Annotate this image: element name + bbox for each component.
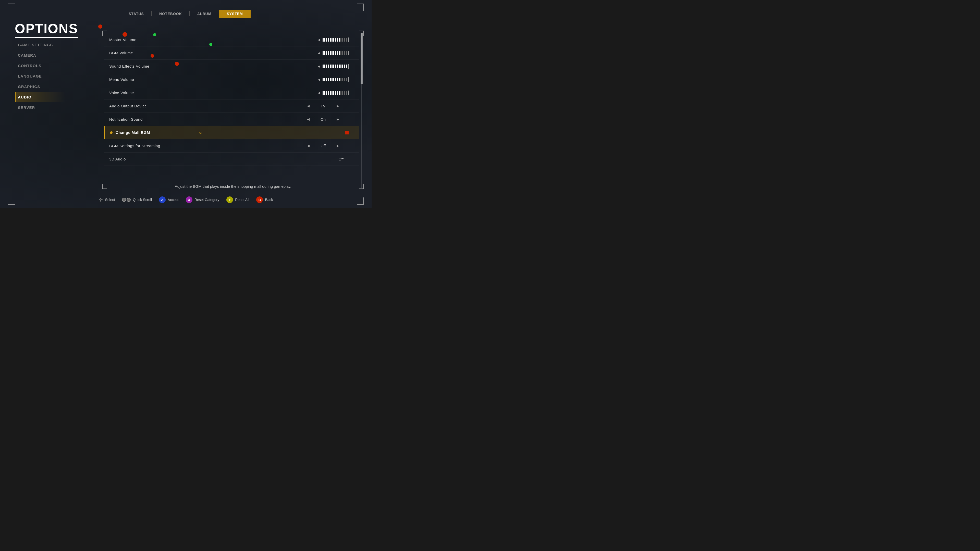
panel-border-bl xyxy=(102,184,107,189)
setting-master-volume: Master Volume ◄ xyxy=(104,33,359,46)
sidebar-item-server[interactable]: SERVER xyxy=(15,102,66,113)
y-button-icon: Y xyxy=(226,197,233,203)
sidebar-item-camera[interactable]: CAMERA xyxy=(15,50,66,60)
slider-left-menu[interactable]: ◄ xyxy=(317,78,321,82)
action-quick-scroll: Quick Scroll xyxy=(122,198,152,202)
action-quick-scroll-label: Quick Scroll xyxy=(133,198,152,202)
setting-label-menu-volume: Menu Volume xyxy=(109,77,191,82)
tab-album[interactable]: ALBUM xyxy=(189,10,219,18)
setting-control-sfx-volume: ◄ xyxy=(191,64,354,68)
option-right-audio-output[interactable]: ► xyxy=(336,104,340,108)
setting-control-notification-sound: ◄ On ► xyxy=(191,117,354,122)
slider-track-menu xyxy=(323,77,348,82)
action-reset-all[interactable]: Y Reset All xyxy=(226,197,249,203)
setting-control-voice-volume: ◄ xyxy=(191,91,354,95)
setting-control-3d-audio: Off xyxy=(191,157,354,161)
top-navigation: STATUS NOTEBOOK ALBUM SYSTEM xyxy=(121,10,251,18)
setting-voice-volume: Voice Volume ◄ xyxy=(104,86,359,100)
option-value-3d-audio: Off xyxy=(333,157,348,161)
panel-border-tr xyxy=(359,30,364,36)
setting-label-3d-audio: 3D Audio xyxy=(109,157,191,161)
scroll-icon xyxy=(122,198,130,202)
a-button-icon: A xyxy=(159,197,165,203)
panel-border-tl xyxy=(102,30,107,36)
setting-control-bgm-streaming: ◄ Off ► xyxy=(191,144,354,148)
setting-notification-sound: Notification Sound ◄ On ► xyxy=(104,113,359,126)
setting-bgm-streaming: BGM Settings for Streaming ◄ Off ► xyxy=(104,139,359,152)
action-accept-label: Accept xyxy=(168,198,179,202)
slider-left-voice[interactable]: ◄ xyxy=(317,91,321,95)
scroll-btn-2 xyxy=(127,198,130,202)
scrollbar-thumb[interactable] xyxy=(361,33,363,84)
action-back[interactable]: B Back xyxy=(256,197,273,203)
setting-control-menu-volume: ◄ xyxy=(191,77,354,82)
option-right-notification[interactable]: ► xyxy=(336,117,340,122)
action-select: ✛ Select xyxy=(99,197,115,203)
action-reset-category[interactable]: X Reset Category xyxy=(186,197,219,203)
tab-notebook[interactable]: NOTEBOOK xyxy=(151,10,189,18)
decor-dot-1 xyxy=(98,24,102,29)
option-left-notification[interactable]: ◄ xyxy=(306,117,310,122)
slider-track-bgm xyxy=(323,51,348,56)
sidebar-item-audio[interactable]: AUDIO xyxy=(15,92,66,102)
setting-control-master-volume: ◄ xyxy=(191,38,354,42)
sidebar-item-language[interactable]: LANGUAGE xyxy=(15,71,66,81)
action-reset-category-label: Reset Category xyxy=(194,198,219,202)
action-back-label: Back xyxy=(265,198,273,202)
tab-status[interactable]: STATUS xyxy=(121,10,151,18)
bottom-action-bar: ✛ Select Quick Scroll A Accept X Reset C… xyxy=(0,194,372,206)
option-value-bgm-streaming: Off xyxy=(315,144,331,148)
description-bar: Adjust the BGM that plays inside the sho… xyxy=(102,184,364,189)
setting-3d-audio: 3D Audio Off xyxy=(104,152,359,166)
dpad-icon: ✛ xyxy=(99,197,103,203)
action-select-label: Select xyxy=(105,198,115,202)
x-button-icon: X xyxy=(186,197,192,203)
setting-label-notification-sound: Notification Sound xyxy=(109,117,191,121)
option-value-audio-output: TV xyxy=(315,104,331,108)
slider-track-voice xyxy=(323,91,348,95)
action-accept[interactable]: A Accept xyxy=(159,197,179,203)
option-left-audio-output[interactable]: ◄ xyxy=(306,104,310,108)
corner-tl xyxy=(8,3,15,11)
option-right-bgm-streaming[interactable]: ► xyxy=(336,144,340,148)
scroll-btn-1 xyxy=(122,198,126,202)
slider-left-master[interactable]: ◄ xyxy=(317,38,321,42)
setting-label-bgm-streaming: BGM Settings for Streaming xyxy=(109,144,191,148)
setting-label-audio-output: Audio Output Device xyxy=(109,104,191,108)
bgm-bullet-icon xyxy=(110,131,113,134)
settings-list: Master Volume ◄ xyxy=(104,33,359,166)
setting-change-mall-bgm[interactable]: Change Mall BGM ⧉ xyxy=(104,126,359,139)
setting-label-voice-volume: Voice Volume xyxy=(109,91,191,95)
tab-system[interactable]: SYSTEM xyxy=(219,10,251,18)
option-value-notification: On xyxy=(315,117,331,121)
slider-left-sfx[interactable]: ◄ xyxy=(317,64,321,68)
action-reset-all-label: Reset All xyxy=(235,198,249,202)
panel-border-br xyxy=(359,184,364,189)
setting-control-bgm-volume: ◄ xyxy=(191,51,354,56)
sidebar-item-game-settings[interactable]: GAME SETTINGS xyxy=(15,40,66,50)
b-button-icon: B xyxy=(256,197,263,203)
slider-left-bgm[interactable]: ◄ xyxy=(317,51,321,55)
page-title: OPTIONS xyxy=(15,21,78,38)
setting-sfx-volume: Sound Effects Volume ◄ xyxy=(104,60,359,73)
slider-track-master xyxy=(323,38,348,42)
setting-label-sfx-volume: Sound Effects Volume xyxy=(109,64,191,68)
setting-audio-output: Audio Output Device ◄ TV ► xyxy=(104,100,359,113)
setting-bgm-volume: BGM Volume ◄ xyxy=(104,46,359,60)
setting-menu-volume: Menu Volume ◄ xyxy=(104,73,359,86)
option-left-bgm-streaming[interactable]: ◄ xyxy=(306,144,310,148)
sidebar: GAME SETTINGS CAMERA CONTROLS LANGUAGE G… xyxy=(15,40,66,113)
setting-label-bgm-volume: BGM Volume xyxy=(109,51,191,55)
sidebar-item-graphics[interactable]: GRAPHICS xyxy=(15,81,66,92)
corner-tr xyxy=(357,3,364,11)
setting-control-audio-output: ◄ TV ► xyxy=(191,104,354,108)
mall-bgm-red-dot xyxy=(345,131,348,135)
setting-control-change-mall-bgm xyxy=(154,131,354,135)
setting-label-master-volume: Master Volume xyxy=(109,38,191,42)
slider-track-sfx xyxy=(323,64,348,68)
sidebar-item-controls[interactable]: CONTROLS xyxy=(15,60,66,71)
